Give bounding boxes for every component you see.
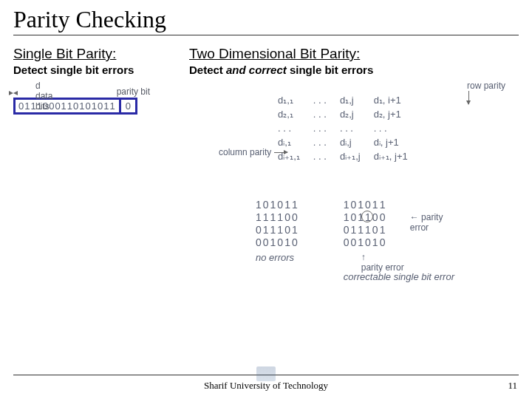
footer-text: Sharif University of Technology	[0, 380, 532, 392]
example-no-errors: 101011 111100 011101 001010 no errors	[256, 199, 299, 282]
parity-bit-label: parity bit	[117, 88, 150, 96]
error-circle-icon	[361, 211, 373, 222]
two-d-section: Two Dimensional Bit Parity: Detect and c…	[189, 46, 519, 282]
two-d-heading: Two Dimensional Bit Parity:	[189, 46, 519, 62]
example-with-error: 101011 101100 011101 001010 ← parity err…	[344, 199, 454, 282]
parity-matrix: row parity d₁,₁. . .d₁,jd₁, i+1 d₂,₁. . …	[189, 88, 519, 199]
single-bit-section: Single Bit Parity: Detect single bit err…	[13, 46, 168, 282]
slide-title: Parity Checking	[13, 6, 519, 35]
single-bit-figure: d data bits parity bit 0111000110101011 …	[13, 88, 168, 115]
col-parity-error-label: ↑parity error	[361, 252, 404, 273]
two-d-desc: Detect and correct single bit errors	[189, 64, 519, 76]
data-bits-box: 0111000110101011	[13, 98, 119, 115]
desc-em: and correct	[226, 64, 287, 76]
row-parity-label: row parity	[467, 81, 505, 106]
data-bits-label: d data bits	[35, 81, 52, 112]
correctable-caption: correctable single bit error	[344, 271, 454, 282]
row-parity-error-label: ← parity error	[410, 212, 454, 233]
parity-examples: 101011 111100 011101 001010 no errors 10…	[256, 199, 519, 282]
desc-pre: Detect	[189, 64, 226, 76]
desc-post: single bit errors	[287, 64, 374, 76]
no-errors-caption: no errors	[256, 252, 299, 263]
parity-bit-box: 0	[119, 98, 137, 115]
university-logo-icon	[256, 366, 276, 381]
single-bit-desc: Detect single bit errors	[13, 64, 168, 76]
column-parity-label: column parity	[219, 147, 287, 157]
page-number: 11	[508, 380, 517, 392]
single-bit-heading: Single Bit Parity:	[13, 46, 168, 62]
